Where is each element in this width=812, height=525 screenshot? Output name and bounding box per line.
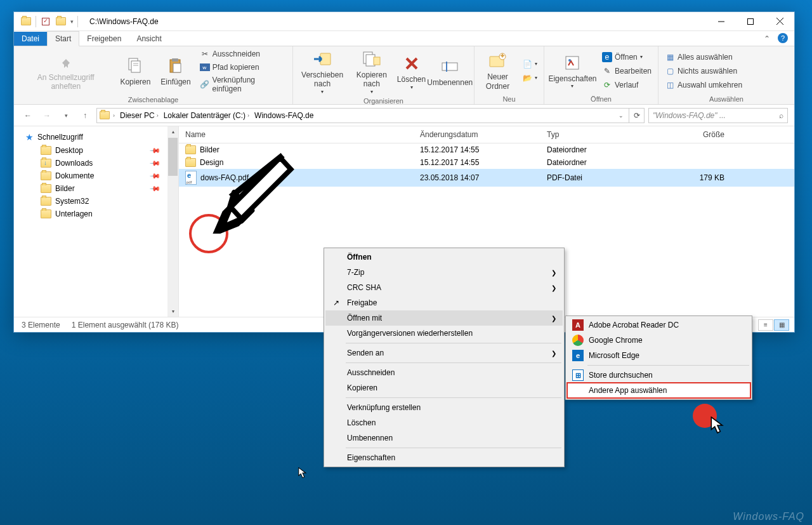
history-icon: ⟳ [602,80,612,90]
maximize-button[interactable] [736,12,765,30]
app-choose-another[interactable]: Andere App auswählen [567,383,750,398]
up-button[interactable]: ↑ [77,108,93,123]
app-edge[interactable]: eMicrosoft Edge [567,348,750,363]
pin-icon: 📌 [148,157,160,169]
file-type: PDF-Datei [540,173,667,182]
select-all-button[interactable]: ▦Alles auswählen [662,51,745,63]
file-row[interactable]: dows-FAQ.pdf23.05.2018 14:07PDF-Datei179… [179,169,794,187]
tab-share[interactable]: Freigeben [79,32,129,46]
ctx-previous-versions[interactable]: Vorgängerversionen wiederherstellen [325,326,563,341]
svg-text:✦: ✦ [499,53,506,60]
easy-access-button[interactable]: 📂▾ [520,72,540,84]
refresh-button[interactable]: ⟳ [629,108,645,123]
folder-icon [185,145,196,154]
paste-shortcut-button[interactable]: 🔗Verknüpfung einfügen [197,74,289,95]
qat-properties-icon[interactable] [40,16,51,27]
app-chrome[interactable]: Google Chrome [567,333,750,348]
view-icons-button[interactable]: ▦ [774,319,789,331]
delete-button[interactable]: Löschen▾ [396,52,428,91]
ctx-openwith[interactable]: Öffnen mit❯ [325,310,563,326]
svg-rect-9 [172,58,178,62]
watermark: Windows-FAQ [733,511,804,522]
invert-selection-button[interactable]: ◫Auswahl umkehren [662,79,745,91]
col-name: Name [179,130,414,139]
scissors-icon: ✂ [200,49,210,59]
edit-button[interactable]: ✎Bearbeiten [599,65,654,77]
file-date: 15.12.2017 14:55 [414,158,540,167]
sidebar-item-documents[interactable]: Dokumente📌 [14,169,178,182]
tab-start[interactable]: Start [47,31,79,46]
recent-button[interactable]: ▾ [58,108,74,123]
help-icon[interactable]: ? [778,33,788,43]
search-input[interactable]: "Windows-FAQ.de" ...⌕ [648,108,788,123]
status-selection: 1 Element ausgewählt (178 KB) [72,321,179,329]
back-button[interactable]: ← [20,108,36,123]
system-folder-icon [20,16,32,27]
chrome-icon [572,335,584,346]
folder-icon [185,158,196,167]
copy-path-button[interactable]: ᴡPfad kopieren [197,62,289,73]
pin-quickaccess-button[interactable]: An Schnellzugriff anheften [18,50,114,93]
sidebar-scrollbar[interactable]: ▴▾ [167,126,178,317]
column-headers[interactable]: Name Änderungsdatum Typ Größe [179,126,794,143]
sidebar-item-unterlagen[interactable]: Unterlagen [14,208,178,220]
sidebar-quickaccess[interactable]: ★Schnellzugriff [14,130,178,144]
qat-newfolder-icon[interactable] [55,16,67,27]
cursor-icon [298,467,307,479]
ctx-copy[interactable]: Kopieren [325,380,563,395]
history-button[interactable]: ⟳Verlauf [599,79,654,91]
ctx-delete[interactable]: Löschen [325,415,563,430]
sidebar-item-downloads[interactable]: Downloads📌 [14,157,178,169]
ctx-7zip[interactable]: 7-Zip❯ [325,265,563,280]
openwith-submenu: AAdobe Acrobat Reader DC Google Chrome e… [565,316,752,400]
ctx-properties[interactable]: Eigenschaften [325,450,563,465]
app-store-search[interactable]: ⊞Store durchsuchen [567,368,750,383]
group-organize-label: Organisieren [297,96,470,106]
invert-icon: ◫ [665,80,675,90]
group-clipboard-label: Zwischenablage [18,95,289,105]
select-none-button[interactable]: ▢Nichts auswählen [662,65,745,77]
file-row[interactable]: Design15.12.2017 14:55Dateiordner [179,156,794,169]
sidebar-item-pictures[interactable]: Bilder📌 [14,182,178,195]
ctx-crcsha[interactable]: CRC SHA❯ [325,280,563,295]
breadcrumb[interactable]: › Dieser PC› Lokaler Datenträger (C:)› W… [96,108,629,123]
svg-rect-14 [374,57,380,65]
ctx-cut[interactable]: Ausschneiden [325,365,563,380]
address-dropdown-icon[interactable]: ⌄ [616,112,626,119]
ctx-create-shortcut[interactable]: Verknüpfung erstellen [325,400,563,415]
move-to-button[interactable]: Verschieben nach▾ [297,48,348,96]
paste-button[interactable]: Einfügen [157,55,194,88]
crumb-drive: Lokaler Datenträger (C:)› [162,111,251,120]
app-adobe[interactable]: AAdobe Acrobat Reader DC [567,317,750,333]
sidebar-item-system32[interactable]: System32 [14,195,178,208]
rename-button[interactable]: Umbenennen [430,55,471,88]
file-date: 23.05.2018 14:07 [414,173,540,182]
sidebar-item-desktop[interactable]: Desktop📌 [14,144,178,157]
tab-file[interactable]: Datei [14,32,47,46]
shortcut-icon: 🔗 [200,79,210,90]
copy-to-button[interactable]: Kopieren nach▾ [350,48,393,96]
new-item-button[interactable]: 📄▾ [520,58,540,70]
forward-button[interactable]: → [39,108,55,123]
ribbon-collapse-icon[interactable]: ⌃ [759,32,775,46]
properties-button[interactable]: Eigenschaften▾ [548,51,597,91]
ctx-share[interactable]: ↗Freigabe [325,295,563,310]
star-icon: ★ [25,132,34,142]
ctx-open[interactable]: Öffnen [325,249,563,265]
open-button[interactable]: eÖffnen▾ [599,51,654,63]
svg-rect-10 [173,63,181,72]
minimize-button[interactable] [707,12,736,30]
qat-dropdown-icon[interactable]: ▾ [70,18,74,25]
close-button[interactable] [765,12,794,30]
tab-view[interactable]: Ansicht [129,32,169,46]
file-row[interactable]: Bilder15.12.2017 14:55Dateiordner [179,143,794,156]
cut-button[interactable]: ✂Ausschneiden [197,48,289,60]
ctx-rename[interactable]: Umbenennen [325,430,563,446]
view-details-button[interactable]: ≡ [758,319,773,331]
ctx-sendto[interactable]: Senden an❯ [325,345,563,361]
new-folder-button[interactable]: ✦Neuer Ordner [478,50,517,92]
crumb-folder: Windows-FAQ.de [252,111,315,120]
copy-button[interactable]: Kopieren [116,55,154,88]
svg-rect-5 [131,61,140,72]
svg-rect-17 [442,63,457,70]
